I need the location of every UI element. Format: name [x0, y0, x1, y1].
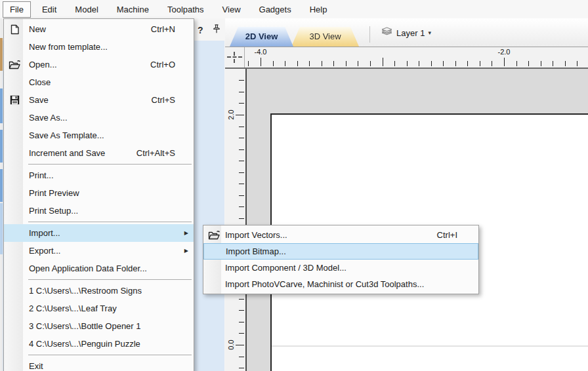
menu-item-3-c-users-bottle-opener-1[interactable]: 3 C:\Users\...\Bottle Opener 1: [4, 317, 194, 335]
menu-item-4-c-users-penguin-puzzle[interactable]: 4 C:\Users\...\Penguin Puzzle: [4, 335, 194, 353]
menubar-item-model[interactable]: Model: [68, 1, 105, 18]
ruler-tick: [239, 357, 244, 357]
ruler-tick: [480, 61, 480, 66]
menu-item-open[interactable]: Open...Ctrl+O: [4, 56, 194, 73]
ruler-tick: [239, 299, 244, 300]
ruler-tick: [239, 92, 244, 92]
menu-item-label: Close: [29, 77, 188, 87]
menu-item-import-bitmap[interactable]: Import Bitmap...: [203, 243, 478, 260]
menubar-item-file[interactable]: File: [3, 1, 31, 18]
ruler-tick: [443, 61, 444, 66]
menu-shortcut: Ctrl+I: [437, 230, 457, 240]
tab-2d-view[interactable]: 2D View: [230, 27, 293, 47]
menu-item-label: Open Application Data Folder...: [29, 264, 188, 273]
menu-item-print-setup[interactable]: Print Setup...: [4, 202, 194, 220]
ruler-tick: [248, 61, 249, 66]
datum-cross-icon: [227, 52, 242, 63]
menu-separator: [28, 222, 192, 222]
ruler-tick: [394, 61, 395, 66]
menu-item-print-preview[interactable]: Print Preview: [4, 184, 194, 202]
menu-item-label: Print...: [29, 170, 188, 180]
ruler-tick: [239, 368, 244, 368]
ruler-label: -4.0: [246, 48, 275, 56]
ruler-tick: [239, 149, 244, 150]
menu-item-import[interactable]: Import...▶: [4, 224, 194, 242]
ruler-tick: [541, 61, 541, 66]
tabbar-divider: [369, 26, 370, 43]
menu-item-1-c-users-restroom-signs[interactable]: 1 C:\Users\...\Restroom Signs: [4, 282, 194, 300]
submenu-arrow-icon: ▶: [184, 248, 188, 254]
menu-item-save-as-template[interactable]: Save As Template...: [4, 127, 194, 144]
menu-item-export[interactable]: Export...▶: [4, 242, 194, 260]
menubar-item-machine[interactable]: Machine: [110, 1, 156, 18]
ruler-tick: [419, 61, 419, 66]
ruler-label: -2.0: [490, 48, 518, 56]
ruler-tick: [358, 61, 358, 66]
ruler-tick: [239, 333, 244, 334]
ruler-tick: [322, 61, 322, 66]
menu-item-label: 2 C:\Users\...\Leaf Tray: [29, 303, 188, 313]
menu-bar: FileEditModelMachineToolpathsViewGadgets…: [0, 0, 588, 18]
tab-3d-view[interactable]: 3D View: [291, 27, 359, 47]
menu-item-label: Import Vectors...: [225, 230, 287, 240]
ruler-tick: [239, 195, 244, 196]
menubar-item-edit[interactable]: Edit: [35, 1, 64, 18]
menubar-item-toolpaths[interactable]: Toolpaths: [160, 1, 211, 18]
menu-item-open-application-data-folder[interactable]: Open Application Data Folder...: [4, 260, 194, 277]
menu-item-close[interactable]: Close: [4, 73, 194, 91]
horizontal-ruler[interactable]: -4.0-2.0: [245, 47, 588, 68]
import-vectors-icon: [206, 230, 222, 240]
view-tab-bar: 2D View3D View Layer 1 ▾: [225, 18, 588, 47]
new-document-icon: [8, 24, 21, 35]
menu-item-save[interactable]: SaveCtrl+S: [4, 91, 194, 109]
ruler-tick: [273, 61, 274, 66]
help-button[interactable]: ?: [198, 25, 203, 35]
ruler-tick: [516, 61, 517, 66]
menu-item-save-as[interactable]: Save As...: [4, 109, 194, 127]
pin-icon[interactable]: [213, 24, 220, 35]
menubar-item-gadgets[interactable]: Gadgets: [252, 1, 299, 18]
menu-item-label: Import Bitmap...: [226, 246, 286, 256]
menu-item-increment-and-save[interactable]: Increment and SaveCtrl+Alt+S: [4, 144, 194, 162]
menu-item-label: 1 C:\Users\...\Restroom Signs: [29, 286, 188, 296]
file-menu: NewCtrl+NNew from template...Open...Ctrl…: [3, 18, 194, 371]
ruler-tick: [431, 61, 432, 66]
ruler-tick: [333, 61, 334, 66]
menu-item-label: Print Preview: [29, 188, 188, 198]
menu-item-new-from-template[interactable]: New from template...: [4, 38, 194, 56]
menu-item-import-component-3d-model[interactable]: Import Component / 3D Model...: [203, 260, 478, 276]
menubar-item-help[interactable]: Help: [303, 1, 335, 18]
menubar-item-view[interactable]: View: [215, 1, 248, 18]
menu-item-import-vectors[interactable]: Import Vectors...Ctrl+I: [203, 227, 478, 243]
ruler-tick: [239, 184, 244, 184]
layers-icon: [381, 27, 393, 39]
ruler-tick: [370, 61, 371, 66]
vertical-ruler[interactable]: 2.00.0: [225, 69, 245, 371]
ruler-tick: [239, 161, 244, 161]
ruler-tick: [261, 58, 261, 66]
menu-separator: [28, 355, 192, 355]
ruler-origin-box[interactable]: [225, 47, 245, 68]
menu-item-2-c-users-leaf-tray[interactable]: 2 C:\Users\...\Leaf Tray: [4, 300, 194, 317]
menu-item-print[interactable]: Print...: [4, 166, 194, 184]
menu-item-new[interactable]: NewCtrl+N: [4, 20, 194, 38]
drawing-canvas[interactable]: [245, 69, 588, 371]
menu-shortcut: Ctrl+Alt+S: [136, 148, 175, 158]
menu-item-label: Exit: [29, 361, 188, 371]
menu-item-label: Export...: [29, 246, 188, 256]
layer-selector-label: Layer 1: [396, 28, 425, 38]
ruler-label: 2.0: [225, 110, 241, 119]
menu-item-label: Import PhotoVCarve, Machinist or Cut3d T…: [225, 279, 424, 289]
menu-item-label: Import...: [29, 228, 188, 238]
open-folder-icon: [8, 60, 21, 69]
ruler-tick: [239, 322, 244, 322]
menu-item-label: New from template...: [29, 42, 188, 52]
menu-item-import-photovcarve-machinist-or-cut3d-tool[interactable]: Import PhotoVCarve, Machinist or Cut3d T…: [203, 276, 478, 292]
menu-item-exit[interactable]: Exit: [4, 357, 194, 371]
ruler-tick: [297, 61, 298, 66]
layer-selector[interactable]: Layer 1 ▾: [381, 27, 431, 39]
menu-item-label: Save As Template...: [29, 130, 188, 140]
ruler-row: -4.0-2.0: [225, 47, 588, 69]
ruler-tick: [239, 218, 244, 219]
ruler-tick: [239, 172, 244, 173]
